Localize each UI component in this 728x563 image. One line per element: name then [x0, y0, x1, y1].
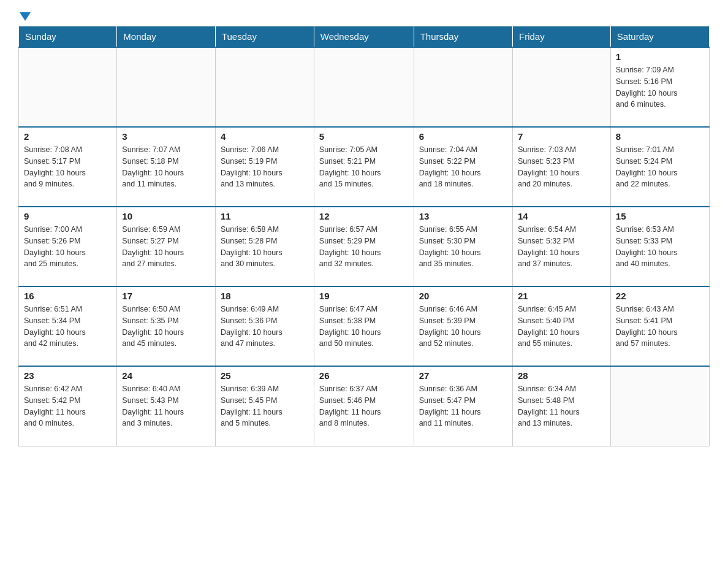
day-info: Sunrise: 7:09 AM Sunset: 5:16 PM Dayligh… [616, 64, 704, 110]
page-header [18, 12, 710, 20]
calendar-cell: 22Sunrise: 6:43 AM Sunset: 5:41 PM Dayli… [610, 286, 709, 366]
day-info: Sunrise: 6:45 AM Sunset: 5:40 PM Dayligh… [518, 304, 605, 350]
calendar-cell [314, 47, 414, 127]
day-info: Sunrise: 6:58 AM Sunset: 5:28 PM Dayligh… [221, 224, 309, 270]
weekday-header-monday: Monday [117, 26, 216, 48]
weekday-header-row: SundayMondayTuesdayWednesdayThursdayFrid… [19, 26, 710, 48]
weekday-header-tuesday: Tuesday [215, 26, 314, 48]
weekday-header-friday: Friday [513, 26, 611, 48]
calendar-cell: 5Sunrise: 7:05 AM Sunset: 5:21 PM Daylig… [314, 127, 414, 207]
day-info: Sunrise: 7:05 AM Sunset: 5:21 PM Dayligh… [319, 144, 409, 190]
calendar-week-row: 9Sunrise: 7:00 AM Sunset: 5:26 PM Daylig… [19, 207, 710, 286]
day-number: 17 [122, 291, 210, 301]
day-number: 3 [122, 131, 210, 142]
day-number: 15 [616, 211, 704, 221]
calendar-week-row: 2Sunrise: 7:08 AM Sunset: 5:17 PM Daylig… [19, 127, 710, 207]
day-info: Sunrise: 7:00 AM Sunset: 5:26 PM Dayligh… [24, 224, 112, 270]
logo-icon [18, 12, 31, 20]
calendar-cell [610, 366, 709, 446]
calendar-cell: 9Sunrise: 7:00 AM Sunset: 5:26 PM Daylig… [19, 207, 117, 286]
day-info: Sunrise: 6:55 AM Sunset: 5:30 PM Dayligh… [419, 224, 507, 270]
day-info: Sunrise: 6:42 AM Sunset: 5:42 PM Dayligh… [24, 383, 112, 429]
day-number: 25 [221, 370, 309, 381]
day-number: 18 [221, 291, 309, 301]
calendar-cell: 3Sunrise: 7:07 AM Sunset: 5:18 PM Daylig… [117, 127, 216, 207]
day-number: 22 [616, 291, 704, 301]
day-info: Sunrise: 6:39 AM Sunset: 5:45 PM Dayligh… [221, 383, 309, 429]
day-number: 14 [518, 211, 605, 221]
day-info: Sunrise: 7:04 AM Sunset: 5:22 PM Dayligh… [419, 144, 507, 190]
calendar-cell: 11Sunrise: 6:58 AM Sunset: 5:28 PM Dayli… [215, 207, 314, 286]
calendar-cell: 7Sunrise: 7:03 AM Sunset: 5:23 PM Daylig… [513, 127, 611, 207]
calendar-cell: 27Sunrise: 6:36 AM Sunset: 5:47 PM Dayli… [414, 366, 512, 446]
calendar-body: 1Sunrise: 7:09 AM Sunset: 5:16 PM Daylig… [19, 47, 710, 446]
day-info: Sunrise: 6:54 AM Sunset: 5:32 PM Dayligh… [518, 224, 605, 270]
day-info: Sunrise: 7:07 AM Sunset: 5:18 PM Dayligh… [122, 144, 210, 190]
day-info: Sunrise: 7:08 AM Sunset: 5:17 PM Dayligh… [24, 144, 112, 190]
weekday-header-sunday: Sunday [19, 26, 117, 48]
day-info: Sunrise: 7:01 AM Sunset: 5:24 PM Dayligh… [616, 144, 704, 190]
day-info: Sunrise: 6:50 AM Sunset: 5:35 PM Dayligh… [122, 304, 210, 350]
calendar-cell: 6Sunrise: 7:04 AM Sunset: 5:22 PM Daylig… [414, 127, 512, 207]
day-number: 8 [616, 131, 704, 142]
day-number: 24 [122, 370, 210, 381]
calendar-cell: 23Sunrise: 6:42 AM Sunset: 5:42 PM Dayli… [19, 366, 117, 446]
day-number: 5 [319, 131, 409, 142]
calendar-cell [117, 47, 216, 127]
weekday-header-thursday: Thursday [414, 26, 512, 48]
weekday-header-saturday: Saturday [610, 26, 709, 48]
day-info: Sunrise: 6:57 AM Sunset: 5:29 PM Dayligh… [319, 224, 409, 270]
calendar-cell: 17Sunrise: 6:50 AM Sunset: 5:35 PM Dayli… [117, 286, 216, 366]
day-info: Sunrise: 6:34 AM Sunset: 5:48 PM Dayligh… [518, 383, 605, 429]
day-info: Sunrise: 6:37 AM Sunset: 5:46 PM Dayligh… [319, 383, 409, 429]
day-info: Sunrise: 6:51 AM Sunset: 5:34 PM Dayligh… [24, 304, 112, 350]
day-number: 2 [24, 131, 112, 142]
calendar-cell: 18Sunrise: 6:49 AM Sunset: 5:36 PM Dayli… [215, 286, 314, 366]
day-info: Sunrise: 6:47 AM Sunset: 5:38 PM Dayligh… [319, 304, 409, 350]
calendar-cell: 16Sunrise: 6:51 AM Sunset: 5:34 PM Dayli… [19, 286, 117, 366]
day-number: 1 [616, 52, 704, 62]
day-info: Sunrise: 6:53 AM Sunset: 5:33 PM Dayligh… [616, 224, 704, 270]
calendar-cell: 12Sunrise: 6:57 AM Sunset: 5:29 PM Dayli… [314, 207, 414, 286]
day-info: Sunrise: 7:03 AM Sunset: 5:23 PM Dayligh… [518, 144, 605, 190]
day-number: 26 [319, 370, 409, 381]
calendar-cell: 8Sunrise: 7:01 AM Sunset: 5:24 PM Daylig… [610, 127, 709, 207]
calendar-cell: 21Sunrise: 6:45 AM Sunset: 5:40 PM Dayli… [513, 286, 611, 366]
day-number: 16 [24, 291, 112, 301]
calendar-cell [414, 47, 512, 127]
day-number: 21 [518, 291, 605, 301]
calendar-cell: 24Sunrise: 6:40 AM Sunset: 5:43 PM Dayli… [117, 366, 216, 446]
calendar-week-row: 23Sunrise: 6:42 AM Sunset: 5:42 PM Dayli… [19, 366, 710, 446]
day-number: 13 [419, 211, 507, 221]
calendar-cell: 10Sunrise: 6:59 AM Sunset: 5:27 PM Dayli… [117, 207, 216, 286]
day-number: 28 [518, 370, 605, 381]
day-number: 23 [24, 370, 112, 381]
day-info: Sunrise: 7:06 AM Sunset: 5:19 PM Dayligh… [221, 144, 309, 190]
calendar-cell: 1Sunrise: 7:09 AM Sunset: 5:16 PM Daylig… [610, 47, 709, 127]
day-number: 27 [419, 370, 507, 381]
day-info: Sunrise: 6:49 AM Sunset: 5:36 PM Dayligh… [221, 304, 309, 350]
calendar-cell: 13Sunrise: 6:55 AM Sunset: 5:30 PM Dayli… [414, 207, 512, 286]
calendar-cell: 4Sunrise: 7:06 AM Sunset: 5:19 PM Daylig… [215, 127, 314, 207]
logo-triangle-icon [20, 12, 31, 21]
day-info: Sunrise: 6:59 AM Sunset: 5:27 PM Dayligh… [122, 224, 210, 270]
calendar-cell [513, 47, 611, 127]
calendar-cell: 28Sunrise: 6:34 AM Sunset: 5:48 PM Dayli… [513, 366, 611, 446]
day-info: Sunrise: 6:46 AM Sunset: 5:39 PM Dayligh… [419, 304, 507, 350]
calendar-cell: 2Sunrise: 7:08 AM Sunset: 5:17 PM Daylig… [19, 127, 117, 207]
day-info: Sunrise: 6:36 AM Sunset: 5:47 PM Dayligh… [419, 383, 507, 429]
day-info: Sunrise: 6:40 AM Sunset: 5:43 PM Dayligh… [122, 383, 210, 429]
calendar-cell [19, 47, 117, 127]
calendar-cell: 14Sunrise: 6:54 AM Sunset: 5:32 PM Dayli… [513, 207, 611, 286]
day-number: 10 [122, 211, 210, 221]
day-number: 4 [221, 131, 309, 142]
logo [18, 12, 31, 20]
weekday-header-wednesday: Wednesday [314, 26, 414, 48]
calendar-week-row: 16Sunrise: 6:51 AM Sunset: 5:34 PM Dayli… [19, 286, 710, 366]
calendar-cell: 20Sunrise: 6:46 AM Sunset: 5:39 PM Dayli… [414, 286, 512, 366]
day-number: 12 [319, 211, 409, 221]
calendar-week-row: 1Sunrise: 7:09 AM Sunset: 5:16 PM Daylig… [19, 47, 710, 127]
day-number: 11 [221, 211, 309, 221]
calendar-cell [215, 47, 314, 127]
calendar-header: SundayMondayTuesdayWednesdayThursdayFrid… [19, 26, 710, 48]
